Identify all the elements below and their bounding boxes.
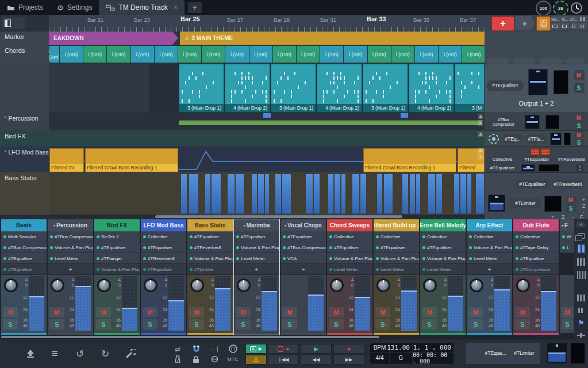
bass-audio-clip[interactable]	[467, 174, 471, 214]
mixer-channel-name[interactable]: Filtered Build up ...	[374, 219, 419, 231]
plugin-tequaliser[interactable]: #TEqualiser	[486, 80, 524, 91]
solo-button[interactable]: S	[573, 122, 585, 130]
plugin-slot[interactable]: +	[280, 264, 326, 274]
bass-audio-clip[interactable]	[205, 174, 210, 214]
rack-fader[interactable]	[521, 164, 535, 172]
plugin-slot[interactable]: #TFlanger	[94, 253, 140, 264]
master-plugin-tlimiter[interactable]: #TLimiter	[510, 348, 538, 358]
zoom-z-button[interactable]: Z	[582, 203, 586, 209]
mixer-channel[interactable]: Bird FXBioTek 2#TEqualiser#TFlangerVolum…	[94, 219, 140, 335]
plugin-enabled-dot[interactable]	[97, 246, 99, 249]
rack-fader[interactable]	[528, 69, 548, 95]
chord-block[interactable]: i (Am)	[344, 46, 367, 63]
mute-button[interactable]: M	[329, 307, 344, 317]
midi-clip[interactable]: 4 (Main Drop 2)	[317, 64, 362, 113]
level-meter[interactable]	[401, 276, 417, 331]
pan-knob[interactable]	[4, 278, 18, 292]
chord-block[interactable]: i (Am)	[60, 46, 83, 63]
solo-button[interactable]: S	[96, 319, 111, 330]
percussion-midi-note[interactable]	[401, 113, 408, 118]
metronome-icon[interactable]	[170, 354, 186, 364]
solo-button[interactable]: S	[49, 319, 64, 330]
mixer-channel-name[interactable]: Bird FX	[94, 219, 140, 231]
plugin-enabled-dot[interactable]	[97, 268, 99, 271]
ruler-bar-label[interactable]: Bar 33	[367, 16, 386, 22]
clock-icon[interactable]	[570, 2, 583, 15]
plugin-slot[interactable]: Volume & Pan Plugin	[94, 264, 140, 274]
plugin-enabled-dot[interactable]	[3, 257, 6, 260]
mute-button[interactable]: M	[236, 307, 251, 317]
level-meter[interactable]	[215, 276, 230, 331]
plugin-slot[interactable]: Collective	[513, 231, 559, 242]
solo-button[interactable]: S	[573, 83, 585, 93]
ruler-bar-label[interactable]: Bar 35	[413, 17, 429, 23]
plugin-slot[interactable]: Collective	[420, 231, 466, 242]
bass-audio-clip[interactable]	[228, 174, 235, 214]
mixer-h-scrollbar[interactable]	[1, 336, 379, 338]
plugin-slot[interactable]: Volume & Pan Plugin	[48, 242, 93, 253]
chord-block[interactable]: i (Gm)	[368, 46, 391, 63]
automation-a-button[interactable]: A	[478, 131, 483, 137]
pan-knob[interactable]	[190, 278, 204, 292]
sync-icon[interactable]: ⇄	[170, 344, 186, 354]
midi-clip[interactable]: 3 (Main Drop 1)	[271, 64, 316, 113]
plugin-treverber8[interactable]: #TReverber8	[551, 180, 585, 189]
percussion-track[interactable]: ▸ Percussion A +	[0, 113, 485, 131]
mixer-channel[interactable]: Arp EffectCollectiveVolume & Pan PluginL…	[467, 219, 512, 335]
level-meter[interactable]	[75, 276, 91, 331]
mute-button[interactable]: M	[282, 307, 297, 317]
plugin-enabled-dot[interactable]	[329, 235, 332, 238]
lfo-mod-bass-track[interactable]: Filtered Gr...Filtered Growl Bass Record…	[0, 146, 485, 173]
solo-button[interactable]: S	[189, 319, 204, 330]
plugin-enabled-dot[interactable]	[283, 257, 286, 260]
plugin-enabled-dot[interactable]	[469, 235, 472, 238]
midi-clip[interactable]: 4 (Main Drop 2)	[409, 64, 454, 113]
bass-stabs-track-header[interactable]: Bass Stabs	[0, 172, 49, 215]
automation-a-button[interactable]: A	[478, 114, 483, 119]
chord-block[interactable]: i (Am)	[225, 46, 248, 63]
bass-audio-clip[interactable]	[384, 174, 393, 214]
redo-icon[interactable]: ↻	[97, 344, 114, 363]
plugin-enabled-dot[interactable]	[190, 268, 193, 271]
mixer-channel-name[interactable]: Beats	[1, 219, 47, 231]
plugin-slot[interactable]: #TEqualiser	[513, 253, 559, 264]
mixer-channel[interactable]: Filtered Build up ...Collective#TEqualis…	[374, 219, 419, 335]
plugin-slot[interactable]: #TEqualiser	[187, 231, 233, 242]
midi-clip[interactable]: 3 (M	[455, 64, 485, 113]
auto-play-button[interactable]: A▶	[245, 344, 267, 354]
plugin-enabled-dot[interactable]	[236, 246, 239, 249]
add-track-button[interactable]: +	[491, 16, 514, 31]
midi-clip[interactable]: 3 (Main Drop 1)	[179, 64, 224, 113]
level-meter[interactable]	[541, 276, 556, 331]
mixer-channel[interactable]: Erire Bell MelodyCollective#TEqualiserVo…	[420, 219, 466, 335]
insert-track-button[interactable]: +	[515, 16, 535, 30]
marker-clip-main-theme[interactable]: ♫ 3 MAIN THEME	[180, 32, 485, 45]
return-to-start-button[interactable]: ❘◀◀	[268, 355, 299, 365]
master-button[interactable]: Ma...	[551, 16, 560, 22]
main-theme-track[interactable]: 3 (Main Drop 1)4 (Main Drop 2)3 (Main Dr…	[0, 64, 485, 113]
plugin-slot[interactable]: #TReverber8	[187, 242, 233, 253]
three-faders-icon[interactable]	[577, 258, 586, 266]
mixer-channel-name[interactable]: Chord Sweeps	[327, 219, 372, 231]
plugin-enabled-dot[interactable]	[562, 235, 565, 238]
solo-button[interactable]: S	[282, 319, 297, 330]
mtc-label[interactable]: MTC	[225, 354, 241, 364]
birdfx-track-header[interactable]: Bird FX	[0, 130, 49, 146]
bass-audio-clip[interactable]	[265, 174, 269, 214]
birdfx-track[interactable]: Bird FX A	[0, 130, 485, 147]
plugin-slot[interactable]: +	[467, 264, 512, 274]
plugin-enabled-dot[interactable]	[422, 268, 425, 271]
pan-knob[interactable]	[470, 278, 483, 292]
midi-connector-icon[interactable]	[225, 344, 241, 354]
plugin-slot[interactable]: Volume & Pan Plugin	[327, 253, 372, 264]
plugin-enabled-dot[interactable]	[190, 246, 193, 249]
lfo-track-header[interactable]: ▸ LFO Mod Bass	[0, 146, 49, 172]
plugin-enabled-dot[interactable]	[236, 235, 239, 238]
pan-knob[interactable]	[376, 278, 390, 292]
audio-clip-gold[interactable]: Filtered Growl Bass Recording 1	[363, 148, 456, 172]
monitor-speaker-button[interactable]	[536, 16, 551, 31]
mute-button[interactable]: M	[3, 307, 18, 317]
mute-button[interactable]: M	[562, 307, 573, 317]
pan-knob[interactable]	[516, 278, 530, 292]
rack-fader[interactable]	[525, 115, 540, 129]
